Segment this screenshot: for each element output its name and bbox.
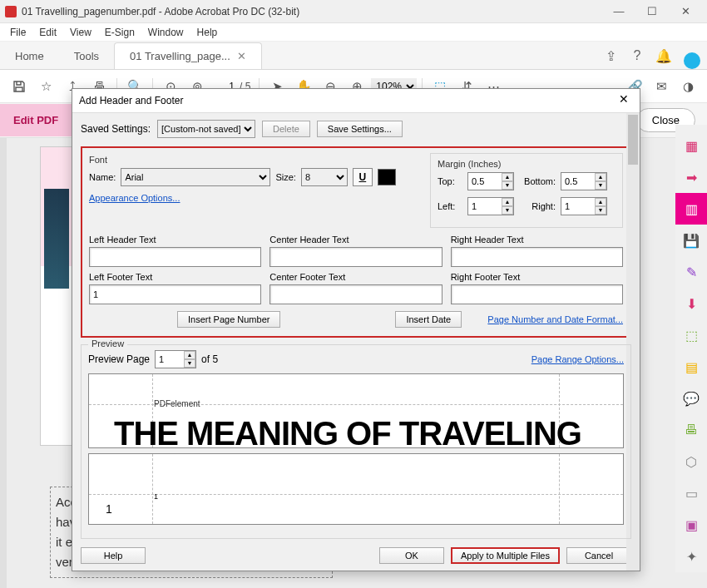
share-icon[interactable]: ⇪ (597, 42, 624, 69)
right-footer-label: Right Footer Text (451, 272, 623, 282)
help-icon[interactable]: ? (624, 42, 650, 69)
right-header-input[interactable] (451, 247, 623, 267)
header-footer-dialog: Add Header and Footer ✕ Saved Settings: … (72, 88, 640, 571)
font-size-label: Size: (275, 172, 295, 182)
save-icon[interactable] (7, 74, 32, 99)
preview-page-label: Preview Page (88, 353, 150, 365)
spinner-up-icon[interactable]: ▲ (184, 351, 195, 359)
page-number-format-link[interactable]: Page Number and Date Format... (487, 314, 623, 324)
tool-export-icon[interactable]: ➡ (675, 161, 707, 193)
spinner-down-icon[interactable]: ▼ (595, 181, 606, 190)
left-footer-input[interactable] (89, 284, 261, 304)
margin-top-label: Top: (438, 176, 462, 186)
tool-more-icon[interactable]: ✦ (675, 541, 707, 572)
tool-edit-icon[interactable]: ▥ (675, 193, 707, 225)
left-panel-strip[interactable] (0, 138, 7, 588)
tab-document[interactable]: 01 Travelling_page... ✕ (114, 42, 262, 69)
titlebar: 01 Travelling_pagenumber.pdf - Adobe Acr… (0, 0, 707, 23)
menubar: File Edit View E-Sign Window Help (0, 23, 707, 42)
document-page[interactable] (40, 146, 73, 446)
margin-left-label: Left: (438, 201, 462, 211)
menu-view[interactable]: View (63, 25, 98, 40)
tool-comment-icon[interactable]: 💬 (675, 383, 707, 414)
star-icon[interactable]: ☆ (33, 74, 58, 99)
tool-organize-icon[interactable]: ⬇ (675, 288, 707, 319)
spinner-down-icon[interactable]: ▼ (502, 181, 513, 190)
spinner-down-icon[interactable]: ▼ (184, 359, 195, 368)
font-group: Font Name: Arial Size: 8 U Appearance Op… (89, 153, 422, 228)
right-header-label: Right Header Text (451, 235, 623, 245)
spinner-up-icon[interactable]: ▲ (595, 198, 606, 206)
close-window-button[interactable]: ✕ (669, 0, 702, 23)
spinner-down-icon[interactable]: ▼ (595, 206, 606, 215)
menu-esign[interactable]: E-Sign (98, 25, 141, 40)
underline-button[interactable]: U (353, 168, 373, 186)
preview-footer-small: 1 (154, 492, 158, 501)
minimize-button[interactable]: — (602, 0, 635, 23)
tool-save-icon[interactable]: 💾 (675, 225, 707, 256)
help-button[interactable]: Help (81, 547, 146, 564)
save-settings-button[interactable]: Save Settings... (317, 121, 403, 137)
spinner-up-icon[interactable]: ▲ (595, 173, 606, 181)
preview-group: Preview Preview Page ▲▼ of 5 Page Range … (81, 344, 631, 539)
preview-page-total: of 5 (201, 353, 218, 365)
font-size-select[interactable]: 8 (301, 168, 348, 186)
center-footer-label: Center Footer Text (269, 272, 442, 282)
center-header-input[interactable] (269, 247, 442, 267)
insert-page-number-button[interactable]: Insert Page Number (177, 311, 280, 328)
maximize-button[interactable]: ☐ (635, 0, 669, 23)
margin-group-label: Margin (Inches) (438, 159, 616, 169)
menu-file[interactable]: File (3, 25, 32, 40)
left-header-label: Left Header Text (89, 235, 261, 245)
menu-help[interactable]: Help (190, 25, 225, 40)
tool-scan-icon[interactable]: 🖶 (675, 414, 707, 446)
bell-icon[interactable]: 🔔 (650, 42, 677, 69)
tool-video-icon[interactable]: ▭ (675, 477, 707, 509)
page-range-options-link[interactable]: Page Range Options... (531, 354, 624, 364)
spinner-up-icon[interactable]: ▲ (502, 198, 513, 206)
margin-group: Margin (Inches) Top: ▲▼ Bottom: ▲▼ Left:… (430, 153, 623, 228)
menu-edit[interactable]: Edit (32, 25, 63, 40)
window-title: 01 Travelling_pagenumber.pdf - Adobe Acr… (22, 6, 602, 17)
profile-avatar[interactable] (684, 52, 700, 69)
dialog-close-icon[interactable]: ✕ (615, 92, 633, 109)
tab-document-label: 01 Travelling_page... (130, 50, 230, 62)
font-group-label: Font (89, 155, 422, 165)
preview-footer-box: 1 1 (88, 453, 624, 525)
tool-protect-icon[interactable]: ⬡ (675, 446, 707, 477)
tool-create-icon[interactable]: ▦ (675, 130, 707, 161)
delete-button[interactable]: Delete (262, 121, 310, 137)
tool-combine-icon[interactable]: ▤ (675, 351, 707, 383)
menu-window[interactable]: Window (141, 25, 190, 40)
preview-header-box: PDFelement THE MEANING OF TRAVELING (88, 373, 624, 448)
spinner-down-icon[interactable]: ▼ (502, 206, 513, 215)
tab-close-icon[interactable]: ✕ (237, 50, 246, 62)
dialog-titlebar: Add Header and Footer ✕ (72, 89, 640, 113)
account-icon[interactable]: ◑ (675, 74, 700, 99)
preview-headline: THE MEANING OF TRAVELING (114, 415, 598, 452)
font-name-select[interactable]: Arial (121, 168, 270, 186)
left-header-input[interactable] (89, 247, 261, 267)
center-header-label: Center Header Text (269, 235, 442, 245)
email-icon[interactable]: ✉ (649, 74, 674, 99)
tool-compress-icon[interactable]: ⬚ (675, 319, 707, 351)
ok-button[interactable]: OK (379, 547, 444, 564)
right-tool-rail: ▦ ➡ ▥ 💾 ✎ ⬇ ⬚ ▤ 💬 🖶 ⬡ ▭ ▣ ✦ (675, 125, 707, 572)
appearance-options-link[interactable]: Appearance Options... (89, 193, 180, 203)
font-name-label: Name: (89, 172, 116, 182)
cancel-button[interactable]: Cancel (566, 547, 631, 564)
acrobat-icon (5, 6, 17, 17)
tab-home[interactable]: Home (0, 43, 59, 69)
font-color-swatch[interactable] (378, 169, 396, 185)
spinner-up-icon[interactable]: ▲ (502, 173, 513, 181)
tab-tools[interactable]: Tools (59, 43, 114, 69)
insert-date-button[interactable]: Insert Date (395, 311, 462, 328)
apply-multiple-button[interactable]: Apply to Multiple Files (451, 547, 560, 564)
tool-sign-icon[interactable]: ✎ (675, 256, 707, 288)
saved-settings-label: Saved Settings: (81, 123, 151, 135)
left-footer-label: Left Footer Text (89, 272, 261, 282)
tool-redact-icon[interactable]: ▣ (675, 509, 707, 541)
center-footer-input[interactable] (269, 284, 442, 304)
right-footer-input[interactable] (451, 284, 623, 304)
saved-settings-select[interactable]: [Custom-not saved] (157, 120, 255, 138)
